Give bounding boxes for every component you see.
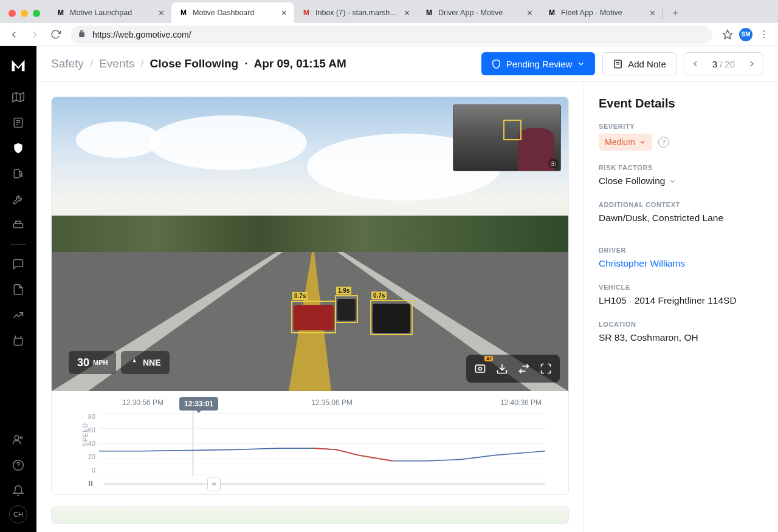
detection-label: 1.9s xyxy=(336,287,351,295)
cloud xyxy=(76,121,161,158)
back-button[interactable] xyxy=(5,26,23,44)
browser-menu-button[interactable]: ⋮ xyxy=(755,26,773,44)
window-close[interactable] xyxy=(9,10,16,17)
reload-button[interactable] xyxy=(46,26,64,44)
nav-logs-icon[interactable] xyxy=(7,112,29,134)
browser-tab[interactable]: M Inbox (7) - stan.marshal@trucki ✕ xyxy=(294,2,417,23)
chevron-down-icon xyxy=(577,60,585,68)
window-zoom[interactable] xyxy=(33,10,40,17)
location-label: LOCATION xyxy=(599,321,763,328)
scrub-track[interactable] xyxy=(104,483,545,485)
crumb-separator: / xyxy=(140,57,143,70)
map-card[interactable] xyxy=(51,506,569,524)
risk-factors-dropdown[interactable]: Close Following xyxy=(599,175,763,188)
ytick: 80 xyxy=(82,413,95,420)
browser-tab[interactable]: M Fleet App - Motive ✕ xyxy=(540,2,663,23)
video-player[interactable]: 0.7s 1.9s 0.7s xyxy=(52,97,568,391)
crumb-safety[interactable]: Safety xyxy=(51,57,84,70)
svg-marker-0 xyxy=(723,30,732,38)
timeline-scrubber xyxy=(87,480,545,488)
ai-overlay-button[interactable]: AI xyxy=(470,358,491,379)
scrub-handle[interactable] xyxy=(207,477,221,491)
page-body: 0.7s 1.9s 0.7s xyxy=(36,82,778,532)
event-pager: 3 / 20 xyxy=(684,52,763,75)
timeline-marker[interactable]: 12:33:01 xyxy=(179,397,218,411)
info-icon[interactable]: ? xyxy=(658,137,669,148)
nav-help-icon[interactable] xyxy=(7,454,29,476)
tab-title: Inbox (7) - stan.marshal@trucki xyxy=(315,9,398,17)
review-status-label: Pending Review xyxy=(506,59,572,69)
pause-button[interactable] xyxy=(87,479,98,489)
download-button[interactable] xyxy=(492,358,512,379)
new-tab-button[interactable]: ＋ xyxy=(667,4,684,21)
speed-line-svg xyxy=(99,413,545,469)
nav-map-icon[interactable] xyxy=(7,86,29,108)
profile-avatar[interactable]: SM xyxy=(739,28,752,41)
nav-notifications-icon[interactable] xyxy=(7,480,29,502)
nav-divider xyxy=(10,244,26,245)
pip-camera-icon[interactable] xyxy=(548,159,558,168)
add-note-button[interactable]: Add Note xyxy=(602,52,676,75)
pager-prev-button[interactable] xyxy=(684,53,706,75)
detection-box: 0.7s xyxy=(291,301,336,333)
context-value: Dawn/Dusk, Constricted Lane xyxy=(599,212,763,225)
browser-tab-strip: M Motive Launchpad ✕ M Motive Dashboard … xyxy=(0,0,778,23)
vehicle-label: VEHICLE xyxy=(599,284,763,291)
severity-chip[interactable]: Medium xyxy=(599,134,652,151)
review-status-button[interactable]: Pending Review xyxy=(481,52,595,75)
driver-facing-pip[interactable] xyxy=(453,104,561,171)
nav-fuel-icon[interactable] xyxy=(7,163,29,185)
cloud xyxy=(149,115,307,170)
bookmark-button[interactable] xyxy=(718,26,737,44)
svg-rect-30 xyxy=(91,481,92,486)
nav-admin-icon[interactable] xyxy=(7,429,29,451)
speed-unit: MPH xyxy=(93,359,108,366)
browser-tab[interactable]: M Driver App - Motive ✕ xyxy=(417,2,540,23)
ytick: 40 xyxy=(82,440,95,447)
sidebar-avatar[interactable]: CH xyxy=(9,505,27,523)
vehicle-link[interactable]: LH105 xyxy=(599,295,627,305)
chart-yticks: 80 60 40 20 0 xyxy=(82,413,95,474)
driver-link[interactable]: Christopher Williams xyxy=(599,257,763,270)
shield-icon xyxy=(491,59,501,69)
window-controls xyxy=(0,4,49,23)
ai-badge: AI xyxy=(484,356,493,361)
nav-messages-icon[interactable] xyxy=(7,253,29,275)
browser-tab[interactable]: M Motive Launchpad ✕ xyxy=(49,2,171,23)
browser-tab-active[interactable]: M Motive Dashboard ✕ xyxy=(171,2,294,23)
close-icon[interactable]: ✕ xyxy=(280,9,288,17)
timeline-mid: 12:35:06 PM xyxy=(311,398,353,407)
browser-toolbar: https://web.gomotive.com/ SM ⋮ xyxy=(0,23,778,46)
svg-rect-8 xyxy=(14,169,19,177)
svg-point-13 xyxy=(20,437,22,438)
note-icon xyxy=(613,59,623,69)
pager-next-button[interactable] xyxy=(741,53,763,75)
close-icon[interactable]: ✕ xyxy=(525,9,534,17)
ytick: 20 xyxy=(82,453,95,460)
location-value: SR 83, Coshmaron, OH xyxy=(599,332,763,344)
nav-fleet-icon[interactable] xyxy=(7,214,29,236)
context-label: ADDITIONAL CONTEXT xyxy=(599,201,763,208)
close-icon[interactable]: ✕ xyxy=(648,9,656,17)
window-minimize[interactable] xyxy=(21,10,28,17)
breadcrumb: Safety / Events / Close Following · Apr … xyxy=(51,57,346,70)
svg-point-12 xyxy=(15,435,19,440)
chevron-down-icon xyxy=(639,138,646,146)
fullscreen-button[interactable] xyxy=(535,358,556,379)
nav-safety-icon[interactable] xyxy=(7,137,29,159)
nav-reports-icon[interactable] xyxy=(7,304,29,326)
address-bar[interactable]: https://web.gomotive.com/ xyxy=(71,26,712,44)
close-icon[interactable]: ✕ xyxy=(157,9,165,17)
event-details-panel: Event Details SEVERITY Medium ? RISK FAC… xyxy=(584,82,778,532)
close-icon[interactable]: ✕ xyxy=(402,9,411,17)
speed-value: 30 xyxy=(77,356,89,369)
forward-button[interactable] xyxy=(26,26,44,44)
crumb-events[interactable]: Events xyxy=(99,57,134,70)
swap-view-button[interactable] xyxy=(514,358,534,379)
gmail-icon: M xyxy=(301,8,311,18)
chevron-down-icon xyxy=(669,177,676,185)
nav-maintenance-icon[interactable] xyxy=(7,188,29,210)
nav-marketplace-icon[interactable] xyxy=(7,330,29,352)
nav-documents-icon[interactable] xyxy=(7,279,29,301)
details-title: Event Details xyxy=(599,97,763,111)
